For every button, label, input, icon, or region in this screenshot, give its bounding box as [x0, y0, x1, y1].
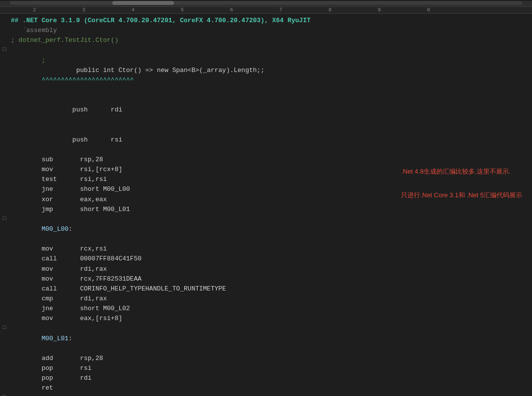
line-comment-ctor: ; dotnet_perf.TestJit.Ctor() [0, 36, 532, 45]
instr-push-rsi: push rsi [9, 125, 532, 155]
instr-push-rdi: push rdi [9, 95, 532, 125]
line-header-31: ## .NET Core 3.1.9 (CoreCLR 4.700.20.472… [0, 16, 532, 26]
line-cmp-rdi-rax: cmp rdi,rax [0, 294, 532, 304]
annotation-1: .Net 4.8生成的汇编比较多,这里不展示. [401, 167, 522, 177]
line-mov-rcx-rsi: mov rcx,rsi [0, 244, 532, 254]
instr-pop-rdi: pop rdi [9, 373, 532, 383]
code-area: .Net 4.8生成的汇编比较多,这里不展示. 只进行.Net Core 3.1… [0, 14, 532, 396]
line-add-rsp: add rsp,28 [0, 354, 532, 363]
line-pop-rdi: pop rdi [0, 373, 532, 383]
ctor-def-text: ; public int Ctor() => new Span<B>(_arra… [9, 45, 532, 95]
line-push-rdi: push rdi [0, 95, 532, 125]
ruler-mark: 5 [158, 7, 207, 13]
line-mov-eax-rsi8: mov eax,[rsi+8] [0, 314, 532, 324]
scrollbar-thumb[interactable] [112, 1, 174, 5]
instr-mov-rcx-rsi: mov rcx,rsi [9, 244, 532, 254]
instr-sub-rsp: sub rsp,28 [9, 155, 532, 165]
line-jne-l02: jne short M00_L02 [0, 304, 532, 314]
instr-mov-eax-rsi8: mov eax,[rsi+8] [9, 314, 532, 324]
line-assembly: `assembly [0, 26, 532, 36]
label-m00l01: M00_L01: [9, 324, 532, 353]
gutter-collapse[interactable]: □ [0, 393, 9, 396]
line-label-m00l01: □ M00_L01: [0, 324, 532, 353]
line-ret-1: ret [0, 383, 532, 393]
line-mov-rcx-addr: mov rcx,7FF82531DEAA [0, 274, 532, 284]
instr-add-rsp: add rsp,28 [9, 354, 532, 363]
header-31-text: ## .NET Core 3.1.9 (CoreCLR 4.700.20.472… [9, 16, 532, 26]
instr-jmp-l01: jmp short M00_L01 [9, 205, 532, 215]
assembly-text: `assembly [9, 26, 532, 36]
line-pop-rsi: pop rsi [0, 363, 532, 373]
line-mov-rdi-rax: mov rdi,rax [0, 264, 532, 274]
instr-mov-rdi-rax: mov rdi,rax [9, 264, 532, 274]
instr-jne-l02: jne short M00_L02 [9, 304, 532, 314]
annotation-2: 只进行.Net Core 3.1和 .Net 5汇编代码展示 [401, 190, 522, 200]
comment-ctor: ; dotnet_perf.TestJit.Ctor() [9, 36, 532, 45]
annotation-block: .Net 4.8生成的汇编比较多,这里不展示. 只进行.Net Core 3.1… [401, 167, 522, 200]
horizontal-scrollbar[interactable] [0, 1, 532, 7]
instr-cmp-rdi: cmp rdi,rax [9, 294, 532, 304]
line-label-m00l00: □ M00_L00: [0, 215, 532, 244]
line-call-1: call 00007FF884C41F50 [0, 254, 532, 264]
instr-mov-rcx-addr: mov rcx,7FF82531DEAA [9, 274, 532, 284]
line-ctor-def: □ ; public int Ctor() => new Span<B>(_ar… [0, 45, 532, 95]
scrollbar-track [10, 1, 522, 5]
ruler-mark: 7 [256, 7, 305, 13]
ruler-mark: 9 [355, 7, 404, 13]
label-m00l00: M00_L00: [9, 215, 532, 244]
ruler-mark: 2 [10, 7, 59, 13]
main-container: 2 3 4 5 6 7 8 9 0 .Net 4.8生成的汇编比较多,这里不展示… [0, 0, 532, 396]
instr-ret-1: ret [9, 383, 532, 393]
instr-call-typehandle: call CORINFO_HELP_TYPEHANDLE_TO_RUNTIMET… [9, 284, 532, 294]
line-call-typehandle: call CORINFO_HELP_TYPEHANDLE_TO_RUNTIMET… [0, 284, 532, 294]
line-sub-rsp: sub rsp,28 [0, 155, 532, 165]
ruler-mark: 6 [207, 7, 256, 13]
ruler-mark: 8 [305, 7, 355, 13]
label-m00l02: M00_L02: [9, 393, 532, 396]
ruler: 2 3 4 5 6 7 8 9 0 [0, 7, 532, 14]
line-jmp-l01: jmp short M00_L01 [0, 205, 532, 215]
gutter-collapse[interactable]: □ [0, 215, 9, 223]
ruler-mark: 3 [59, 7, 108, 13]
line-label-m00l02: □ M00_L02: [0, 393, 532, 396]
gutter-collapse[interactable]: □ [0, 45, 9, 54]
gutter-collapse[interactable]: □ [0, 324, 9, 332]
ruler-mark: 0 [404, 7, 453, 13]
line-push-rsi: push rsi [0, 125, 532, 155]
instr-pop-rsi: pop rsi [9, 363, 532, 373]
ruler-mark: 4 [108, 7, 158, 13]
instr-call-1: call 00007FF884C41F50 [9, 254, 532, 264]
